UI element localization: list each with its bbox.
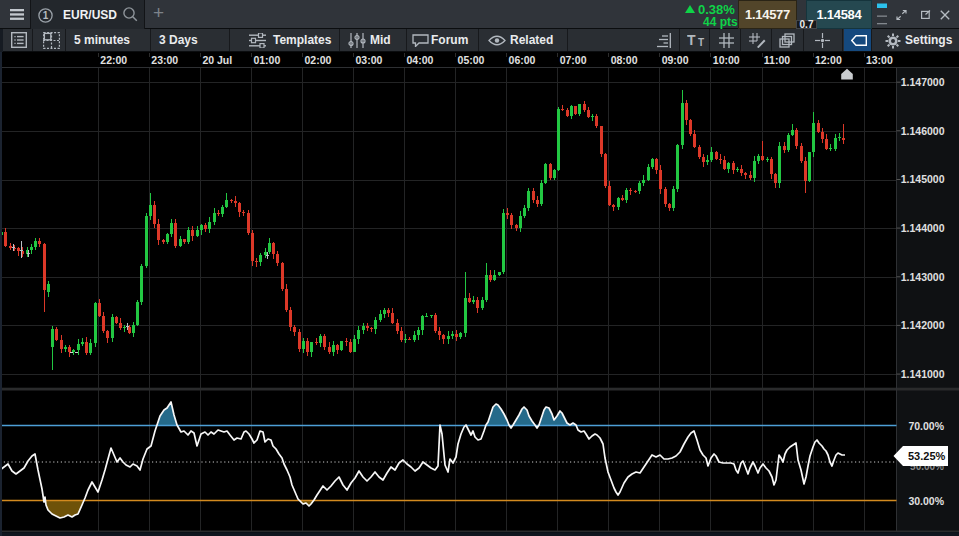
svg-text:1.141000: 1.141000	[901, 368, 945, 380]
svg-text:1.142000: 1.142000	[901, 319, 945, 331]
svg-text:T: T	[687, 33, 696, 48]
svg-text:10:00: 10:00	[713, 54, 740, 66]
svg-text:70.00%: 70.00%	[908, 420, 944, 432]
svg-text:12:00: 12:00	[815, 54, 842, 66]
svg-text:13:00: 13:00	[866, 54, 893, 66]
svg-text:T: T	[698, 37, 704, 48]
svg-text:06:00: 06:00	[509, 54, 536, 66]
svg-text:53.25%: 53.25%	[908, 450, 946, 462]
svg-text:07:00: 07:00	[560, 54, 587, 66]
svg-text:05:00: 05:00	[458, 54, 485, 66]
svg-text:22:00: 22:00	[100, 54, 127, 66]
svg-text:03:00: 03:00	[356, 54, 383, 66]
svg-text:30.00%: 30.00%	[908, 495, 944, 507]
svg-text:01:00: 01:00	[253, 54, 280, 66]
svg-text:02:00: 02:00	[305, 54, 332, 66]
svg-text:11:00: 11:00	[764, 54, 790, 66]
svg-text:1.144000: 1.144000	[901, 222, 945, 234]
svg-text:1: 1	[43, 10, 49, 21]
svg-text:23:00: 23:00	[151, 54, 178, 66]
svg-text:1.146000: 1.146000	[901, 125, 945, 137]
svg-text:1.147000: 1.147000	[901, 76, 945, 88]
svg-text:20 Jul: 20 Jul	[202, 54, 232, 66]
svg-text:08:00: 08:00	[611, 54, 638, 66]
svg-text:04:00: 04:00	[407, 54, 434, 66]
svg-text:1.143000: 1.143000	[901, 271, 945, 283]
svg-text:09:00: 09:00	[662, 54, 689, 66]
svg-text:1.145000: 1.145000	[901, 173, 945, 185]
